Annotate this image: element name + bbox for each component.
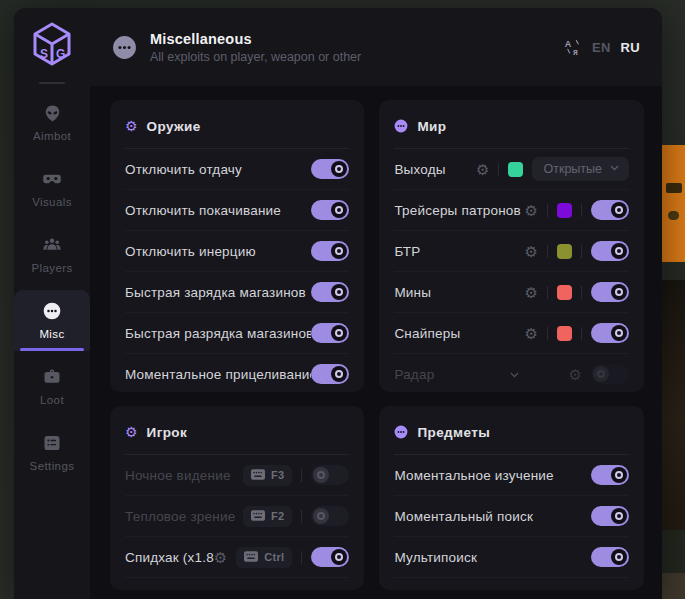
toggle[interactable] [591,364,629,384]
row-controls: F3 [243,465,349,486]
color-swatch[interactable] [557,326,572,341]
sidebar-item-label: Loot [40,394,64,406]
toggle[interactable] [591,241,629,261]
sidebar: S G AimbotVisualsPlayersMiscLootSettings [14,8,90,599]
row-controls [311,323,349,343]
row-label: Моментальный поиск [394,509,591,524]
control-divider [301,551,302,564]
row-label: Моментальное изучение [394,468,591,483]
game-background [660,573,685,599]
toggle-knob [331,243,347,259]
gear-icon[interactable]: ⚙ [569,367,582,382]
toggle[interactable] [311,241,349,261]
sidebar-item-loot[interactable]: Loot [14,356,90,417]
sidebar-item-label: Settings [30,460,75,472]
toggle-knob [331,325,347,341]
control-divider [581,327,582,340]
toggle[interactable] [311,547,349,567]
chevron-down-icon[interactable] [509,369,520,380]
main-area: Miscellaneous All exploits on player, we… [90,8,662,599]
row-label: Трейсеры патронов [394,203,524,218]
toggle-knob [331,549,347,565]
gear-icon[interactable]: ⚙ [214,550,227,565]
row-thermal-vision: Тепловое зрениеF2 [125,496,349,537]
toggle[interactable] [591,465,629,485]
section-rows: Отключить отдачуОтключить покачиваниеОтк… [125,149,349,392]
color-swatch[interactable] [508,162,523,177]
toggle[interactable] [311,159,349,179]
header: Miscellaneous All exploits on player, we… [90,8,662,86]
row-no-sway: Отключить покачивание [125,190,349,231]
sidebar-item-settings[interactable]: Settings [14,422,90,483]
toggle[interactable] [591,547,629,567]
toggle-knob [611,325,627,341]
color-swatch[interactable] [557,285,572,300]
goggles-icon [42,169,62,189]
toggle[interactable] [311,465,349,485]
hotkey-badge[interactable]: F3 [243,465,292,486]
toggle[interactable] [311,323,349,343]
control-divider [547,286,548,299]
row-fast-load: Быстрая зарядка магазинов [125,272,349,313]
toggle-knob [611,508,627,524]
sidebar-item-visuals[interactable]: Visuals [14,158,90,219]
hotkey-label: Ctrl [264,551,284,563]
toggle[interactable] [591,200,629,220]
toggle[interactable] [311,200,349,220]
row-label: Моментальное прицеливание [125,367,311,382]
row-label: Отключить инерцию [125,244,311,259]
control-divider [498,163,499,176]
logo-letter-1: S [40,47,48,61]
row-label: Радар [394,367,508,382]
row-instant-research: Моментальное изучение [394,455,629,496]
section-header: Мир [394,100,629,136]
toggle[interactable] [311,506,349,526]
gear-icon[interactable]: ⚙ [525,203,538,218]
content: ⚙ОружиеОтключить отдачуОтключить покачив… [90,86,662,599]
row-label: Отключить покачивание [125,203,311,218]
row-controls: ⚙ [525,241,629,261]
gear-icon[interactable]: ⚙ [525,244,538,259]
world-dropdown[interactable]: Открытые [532,157,629,181]
row-label: Быстрая разрядка магазинов [125,326,311,341]
row-label: Мультипоиск [394,550,591,565]
color-swatch[interactable] [557,244,572,259]
page-title: Miscellaneous [150,31,361,47]
toggle[interactable] [311,282,349,302]
section-rows: Выходы⚙ОткрытыеТрейсеры патронов⚙БТР⚙Мин… [394,149,629,392]
sidebar-item-misc[interactable]: Misc [14,290,90,351]
gear-icon[interactable]: ⚙ [476,162,489,177]
control-divider [581,245,582,258]
sidebar-divider [39,82,65,84]
toggle[interactable] [591,506,629,526]
alien-icon [43,104,62,123]
color-swatch[interactable] [557,203,572,218]
hotkey-badge[interactable]: F2 [243,506,292,527]
toggle[interactable] [311,364,349,384]
gear-icon: ⚙ [125,119,138,133]
row-fast-unload: Быстрая разрядка магазинов [125,313,349,354]
hotkey-badge[interactable]: Ctrl [236,547,292,568]
control-divider [547,245,548,258]
lang-ru-button[interactable]: RU [621,40,640,55]
gear-icon[interactable]: ⚙ [525,326,538,341]
section-world: МирВыходы⚙ОткрытыеТрейсеры патронов⚙БТР⚙… [379,100,644,392]
svg-text:я: я [573,48,578,57]
toggle[interactable] [591,282,629,302]
sidebar-nav: AimbotVisualsPlayersMiscLootSettings [14,93,90,483]
row-tracers: Трейсеры патронов⚙ [394,190,629,231]
sidebar-item-players[interactable]: Players [14,224,90,285]
gear-icon[interactable]: ⚙ [525,285,538,300]
control-divider [581,204,582,217]
row-controls: ⚙Открытые [476,157,629,181]
row-radar: Радар⚙ [394,354,629,392]
row-controls [311,364,349,384]
lang-en-button[interactable]: EN [592,40,611,55]
control-divider [301,469,302,482]
row-controls [311,282,349,302]
toggle-knob [611,549,627,565]
sidebar-item-label: Visuals [32,196,72,208]
section-title: Оружие [147,119,201,134]
toggle[interactable] [591,323,629,343]
sidebar-item-aimbot[interactable]: Aimbot [14,93,90,153]
